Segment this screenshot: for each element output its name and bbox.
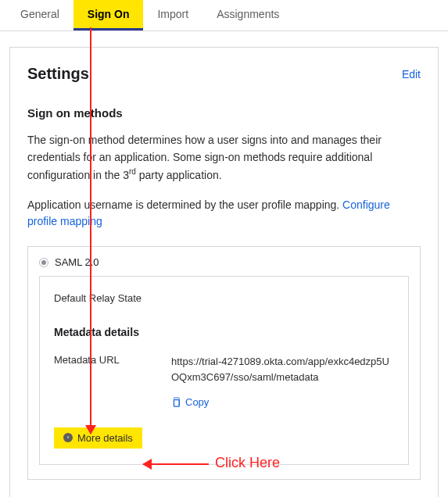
svg-rect-0 <box>174 399 179 406</box>
desc-text-part2: party application. <box>136 169 222 181</box>
username-description: Application username is determined by th… <box>27 197 421 231</box>
metadata-url-value: https://trial-4271089.okta.com/app/exkc4… <box>171 354 394 385</box>
copy-icon <box>171 397 181 408</box>
metadata-url-row: Metadata URL https://trial-4271089.okta.… <box>54 354 394 385</box>
more-details-label: More details <box>77 432 133 444</box>
copy-row: Copy <box>171 396 394 410</box>
tab-sign-on[interactable]: Sign On <box>73 0 144 30</box>
saml-box: SAML 2.0 Default Relay State Metadata de… <box>27 246 421 480</box>
tab-bar: General Sign On Import Assignments <box>0 0 448 31</box>
page-title: Settings <box>27 65 89 83</box>
desc-sup: rd <box>129 167 136 176</box>
tab-import[interactable]: Import <box>143 0 202 30</box>
desc2-text: Application username is determined by th… <box>27 198 342 211</box>
saml-inner-box: Default Relay State Metadata details Met… <box>39 276 409 465</box>
metadata-details-title: Metadata details <box>54 326 394 338</box>
settings-panel: Settings Edit Sign on methods The sign-o… <box>9 47 439 497</box>
chevron-right-icon: › <box>63 433 73 442</box>
more-details-button[interactable]: › More details <box>54 427 142 449</box>
section-title: Sign on methods <box>27 106 421 120</box>
tab-assignments[interactable]: Assignments <box>202 0 293 30</box>
radio-selected-icon <box>39 258 48 267</box>
copy-button[interactable]: Copy <box>171 396 209 408</box>
panel-header: Settings Edit <box>27 65 421 83</box>
metadata-url-label: Metadata URL <box>54 354 148 366</box>
edit-link[interactable]: Edit <box>402 68 421 80</box>
tab-general[interactable]: General <box>6 0 73 30</box>
saml-radio-row[interactable]: SAML 2.0 <box>39 255 409 276</box>
copy-label: Copy <box>185 396 209 408</box>
signon-method-description: The sign-on method determines how a user… <box>27 132 421 184</box>
default-relay-state-label: Default Relay State <box>54 292 394 304</box>
saml-label: SAML 2.0 <box>55 256 99 268</box>
